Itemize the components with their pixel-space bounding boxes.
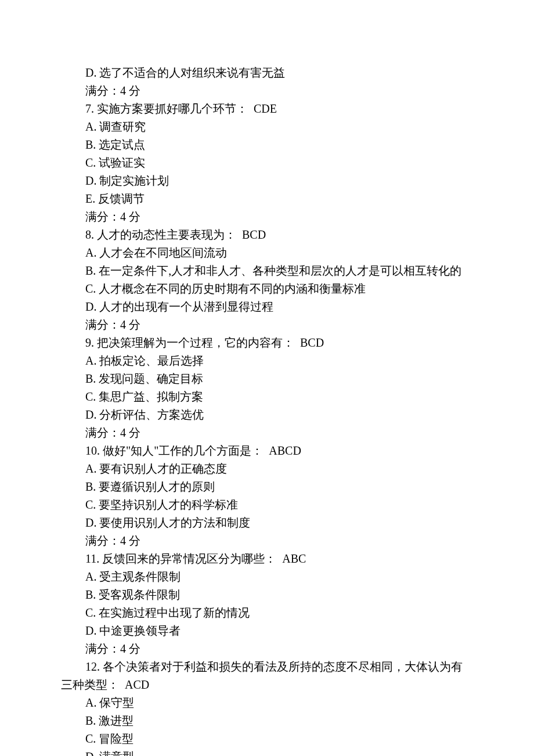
text-line: 8. 人才的动态性主要表现为： BCD [61, 226, 473, 244]
text-line: B. 激进型 [61, 712, 473, 730]
text-line: B. 要遵循识别人才的原则 [61, 478, 473, 496]
text-line: B. 发现问题、确定目标 [61, 370, 473, 388]
text-line: 三种类型： ACD [61, 676, 473, 694]
text-line: 11. 反馈回来的异常情况区分为哪些： ABC [61, 550, 473, 568]
text-line: 满分：4 分 [61, 424, 473, 442]
text-line: 满分：4 分 [61, 208, 473, 226]
text-line: D. 选了不适合的人对组织来说有害无益 [61, 64, 473, 82]
text-line: C. 人才概念在不同的历史时期有不同的内涵和衡量标准 [61, 280, 473, 298]
text-line: D. 要使用识别人才的方法和制度 [61, 514, 473, 532]
text-line: A. 要有识别人才的正确态度 [61, 460, 473, 478]
text-line: C. 集思广益、拟制方案 [61, 388, 473, 406]
text-line: 满分：4 分 [61, 640, 473, 658]
text-line: D. 满意型 [61, 748, 473, 756]
text-line: 9. 把决策理解为一个过程，它的内容有： BCD [61, 334, 473, 352]
document-page: D. 选了不适合的人对组织来说有害无益满分：4 分7. 实施方案要抓好哪几个环节… [0, 0, 534, 756]
text-line: A. 拍板定论、最后选择 [61, 352, 473, 370]
text-line: A. 人才会在不同地区间流动 [61, 244, 473, 262]
text-line: A. 受主观条件限制 [61, 568, 473, 586]
text-line: B. 在一定条件下,人才和非人才、各种类型和层次的人才是可以相互转化的 [61, 262, 473, 280]
text-line: 12. 各个决策者对于利益和损失的看法及所持的态度不尽相同，大体认为有 [61, 658, 473, 676]
text-line: A. 保守型 [61, 694, 473, 712]
text-line: 满分：4 分 [61, 82, 473, 100]
text-line: D. 制定实施计划 [61, 172, 473, 190]
text-line: C. 试验证实 [61, 154, 473, 172]
text-line: B. 选定试点 [61, 136, 473, 154]
text-line: A. 调查研究 [61, 118, 473, 136]
text-line: C. 冒险型 [61, 730, 473, 748]
text-line: 7. 实施方案要抓好哪几个环节： CDE [61, 100, 473, 118]
text-line: B. 受客观条件限制 [61, 586, 473, 604]
text-line: 满分：4 分 [61, 316, 473, 334]
text-line: 满分：4 分 [61, 532, 473, 550]
text-line: 10. 做好"知人"工作的几个方面是： ABCD [61, 442, 473, 460]
text-line: C. 要坚持识别人才的科学标准 [61, 496, 473, 514]
text-line: C. 在实施过程中出现了新的情况 [61, 604, 473, 622]
text-line: D. 中途更换领导者 [61, 622, 473, 640]
text-line: D. 分析评估、方案选优 [61, 406, 473, 424]
text-line: E. 反馈调节 [61, 190, 473, 208]
text-line: D. 人才的出现有一个从潜到显得过程 [61, 298, 473, 316]
